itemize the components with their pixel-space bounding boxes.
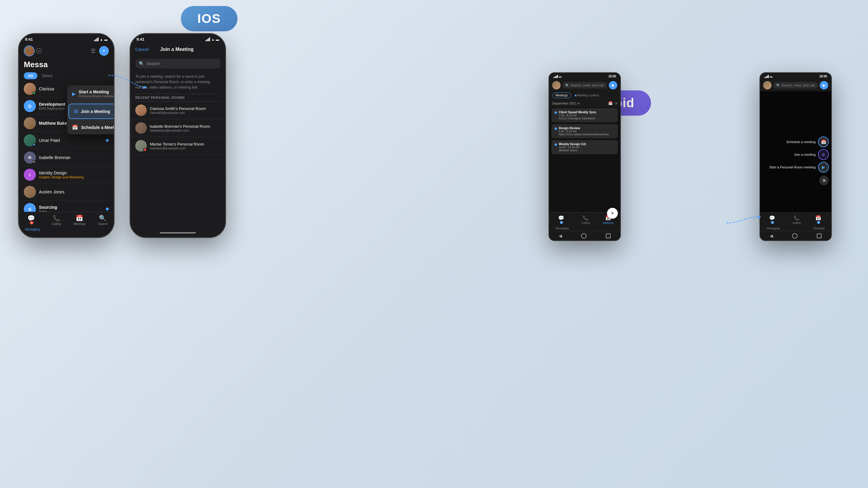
nav-meetings[interactable]: 📅 3 Meetings <box>814 215 825 230</box>
wifi-icon: ▲ <box>211 38 215 41</box>
list-item[interactable]: Isabelle Brennan's Personal Room isabell… <box>130 119 225 137</box>
nav-messaging[interactable]: 💬 8 Messaging <box>767 215 780 230</box>
avatar: I <box>24 169 36 181</box>
calling-icon: 📞 <box>583 215 589 221</box>
join-meeting-option[interactable]: ⊞ Join a Meeting <box>68 104 115 119</box>
room-name: Clarissa Smith's Personal Room <box>150 106 206 111</box>
start-meeting-option[interactable]: ▶ Start a Meeting Personal Room meeting <box>67 85 115 102</box>
user-avatar[interactable] <box>24 45 35 56</box>
contact-name: Identity Design <box>39 170 109 175</box>
meeting-dot-icon <box>555 127 557 130</box>
list-item[interactable]: Client Squad Weekly Sync 7:30 - 8:15 AM … <box>552 108 618 122</box>
contact-name: Sourcing <box>39 205 103 210</box>
fab-button[interactable]: + <box>607 208 618 219</box>
meeting-name: Weekly Design Crit <box>559 142 586 146</box>
meeting-time: 7:30 - 8:15 AM <box>559 114 596 117</box>
menu-icon[interactable]: ☰ <box>91 47 96 54</box>
join-meeting-label: Join a meeting <box>794 153 815 156</box>
search-placeholder[interactable]: Search, meet, and call <box>570 84 603 87</box>
meetings-tab[interactable]: Meetings <box>552 93 571 98</box>
ios-badge: IOS <box>181 6 238 31</box>
nav-calling[interactable]: 📞 Calling <box>52 215 61 231</box>
start-room-button[interactable]: ▶ <box>818 162 829 173</box>
contact-name: Austen Jones <box>39 190 109 194</box>
list-item[interactable]: Clarissa Smith's Personal Room clasmith@… <box>130 101 225 119</box>
home-bar <box>160 232 196 233</box>
compose-icon[interactable]: ✏ <box>36 48 41 53</box>
nav-calling[interactable]: 📞 Calling <box>582 215 590 230</box>
search-icon: 🔍 <box>565 84 569 87</box>
video-call-button[interactable]: ▶ <box>609 81 617 90</box>
list-icon[interactable]: ≡ <box>615 101 617 105</box>
contact-name: Umar Patel <box>39 138 103 143</box>
calling-icon: 📞 <box>53 215 60 222</box>
schedule-meeting-item[interactable]: Schedule a meeting 📅 <box>770 136 829 147</box>
start-meeting-sub: Personal Room meeting <box>79 94 114 98</box>
list-item[interactable]: S Sourcing Sales <box>19 201 114 212</box>
filter-all-tab[interactable]: All <box>24 72 37 79</box>
list-item[interactable]: IB Isabelle Brennan <box>19 149 114 166</box>
video-call-button[interactable]: ▶ <box>820 81 828 90</box>
search-bar[interactable]: 🔍 Search, meet, and call <box>773 82 818 89</box>
meetings-list: Client Squad Weekly Sync 7:30 - 8:15 AM … <box>549 107 620 213</box>
nav-calling-label: Calling <box>793 221 801 224</box>
join-meeting-item[interactable]: Join a meeting ⊞ <box>770 149 829 160</box>
avatar[interactable] <box>763 81 772 90</box>
add-meeting-button[interactable]: + <box>99 46 109 56</box>
schedule-meeting-button[interactable]: 📅 <box>818 136 829 147</box>
avatar: D <box>24 100 36 112</box>
phone2-status-icons: ▲ ▬ <box>206 38 219 41</box>
schedule-meeting-option[interactable]: 📅 Schedule a Meeting <box>67 120 115 134</box>
signal-icon <box>764 75 769 78</box>
nav-messaging[interactable]: 💬 8 Messaging <box>555 215 569 230</box>
search-placeholder[interactable]: Search, meet, and call <box>781 84 814 87</box>
list-item[interactable]: Umar Patel <box>19 132 114 149</box>
calendar-icon[interactable]: 📅 <box>608 101 613 105</box>
recent-rooms-header: RECENT PERSONAL ROOMS <box>130 94 225 101</box>
join-meeting-button[interactable]: ⊞ <box>818 149 829 160</box>
list-item[interactable]: Design Review 8:45 - 9:30 AM https://cis… <box>552 124 618 138</box>
dropdown-menu: ▶ Start a Meeting Personal Room meeting … <box>67 85 115 134</box>
filter-direct-tab[interactable]: Direct <box>40 72 55 79</box>
list-item[interactable]: Weekly Design Crit 10:00 - 10:30 AM @web… <box>552 140 618 154</box>
list-item[interactable]: Austen Jones <box>19 184 114 201</box>
avatar[interactable] <box>552 81 561 90</box>
meetings-icon: 📅 <box>76 215 83 222</box>
battery-icon: ▬ <box>770 75 772 78</box>
search-input[interactable]: Search <box>147 61 160 66</box>
unread-indicator <box>106 207 109 210</box>
home-icon[interactable] <box>792 233 798 238</box>
phone1-header: ✏ ☰ + <box>19 43 114 59</box>
nav-messaging-label: Messaging <box>25 228 39 231</box>
avatar <box>24 186 36 198</box>
list-item[interactable]: Marise Torres's Personal Room mariseto@e… <box>130 137 225 155</box>
cancel-button[interactable]: Cancel <box>135 47 149 52</box>
meeting-content-tab[interactable]: Meeting content <box>573 93 601 98</box>
start-meeting-label: Start a Meeting <box>79 90 114 94</box>
search-bar[interactable]: 🔍 Search, meet, and call <box>562 82 607 89</box>
list-item[interactable]: I Identity Design Graphic Design and Mar… <box>19 166 114 184</box>
contact-name: Isabelle Brennan <box>39 155 109 160</box>
join-menu: Schedule a meeting 📅 Join a meeting ⊞ St… <box>770 136 829 185</box>
battery-icon: ▬ <box>216 38 219 41</box>
calling-icon: 📞 <box>794 215 800 221</box>
dot-icon <box>575 95 577 96</box>
current-date: September 2021 <box>552 101 577 105</box>
messaging-icon: 💬 <box>769 216 775 221</box>
phone4-status-bar: ▬ 18:00 <box>760 73 831 79</box>
back-icon[interactable]: ◀ <box>559 233 562 238</box>
search-bar[interactable]: 🔍 Search <box>135 59 220 68</box>
home-icon[interactable] <box>581 233 587 238</box>
back-icon[interactable]: ◀ <box>770 233 773 238</box>
recents-icon[interactable] <box>606 233 611 238</box>
nav-search[interactable]: 🔍 Search <box>98 215 107 231</box>
messaging-icon: 💬 <box>558 216 564 221</box>
nav-calling[interactable]: 📞 Calling <box>793 215 801 230</box>
recents-icon[interactable] <box>817 233 822 238</box>
meeting-dot-icon <box>555 143 557 146</box>
join-meeting-label: Join a Meeting <box>81 109 110 114</box>
close-fab-button[interactable]: ✕ <box>819 175 829 185</box>
start-room-meeting-item[interactable]: Start a Personal Room meeting ▶ <box>770 162 829 173</box>
nav-meetings[interactable]: 📅 Meetings <box>73 215 86 231</box>
nav-messaging[interactable]: 💬 3 Messaging <box>25 215 39 231</box>
